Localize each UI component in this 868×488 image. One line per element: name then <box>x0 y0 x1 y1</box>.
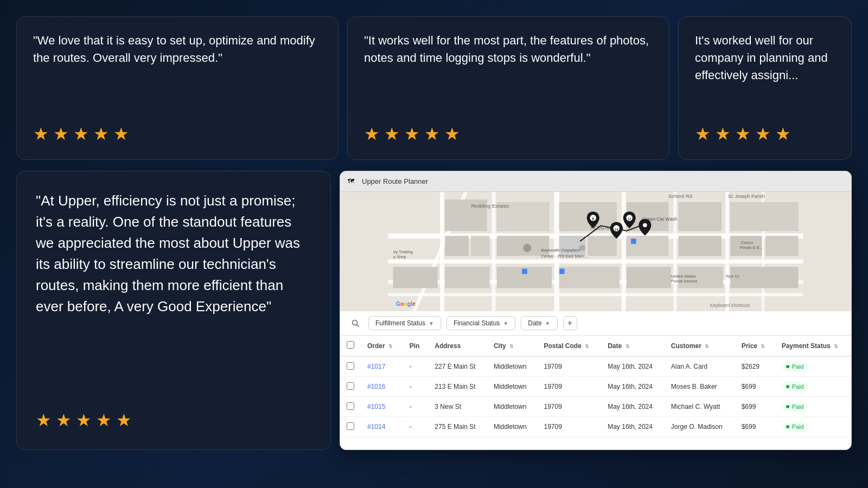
price-column-header[interactable]: Price ⇅ <box>735 336 775 356</box>
review-card-1: "We love that it is easy to set up, opti… <box>16 16 339 160</box>
payment-status-column-header[interactable]: Payment Status ⇅ <box>775 336 851 356</box>
customer-cell: Michael C. Wyatt <box>665 397 735 417</box>
sort-icon: ⇅ <box>509 344 514 349</box>
svg-rect-14 <box>445 236 469 255</box>
table-header-row: Order ⇅ Pin Address City ⇅ <box>340 336 851 356</box>
address-col-label: Address <box>435 342 461 350</box>
review-card-large: "At Upper, efficiency is not just a prom… <box>16 171 331 450</box>
svg-text:y Shop: y Shop <box>393 254 406 259</box>
search-button[interactable] <box>348 316 363 331</box>
order-link[interactable]: #1016 <box>367 383 385 390</box>
svg-text:Your Cr: Your Cr <box>725 274 739 279</box>
table-row: #1017 - 227 E Main St Middletown 19709 M… <box>340 356 851 377</box>
svg-rect-24 <box>679 236 721 255</box>
financial-status-filter[interactable]: Financial Status ▼ <box>446 316 515 330</box>
address-column-header: Address <box>428 336 487 356</box>
add-filter-button[interactable]: + <box>563 316 577 330</box>
map-area: School Rd Redding Estates St. Joseph Par… <box>340 192 851 311</box>
order-cell: #1014 <box>361 417 403 437</box>
row-checkbox-cell[interactable] <box>340 377 361 397</box>
select-all-checkbox-header[interactable] <box>340 336 361 356</box>
paid-badge: Paid <box>782 422 808 432</box>
svg-text:United States: United States <box>671 274 696 279</box>
row-checkbox[interactable] <box>347 382 354 390</box>
row-checkbox-cell[interactable] <box>340 397 361 417</box>
star-icon: ★ <box>36 410 52 431</box>
order-column-header[interactable]: Order ⇅ <box>361 336 403 356</box>
payment-status-cell: Paid <box>775 417 851 437</box>
svg-rect-2 <box>388 259 803 264</box>
row-checkbox[interactable] <box>347 402 354 410</box>
sort-icon: ⇅ <box>626 344 630 349</box>
select-all-checkbox[interactable] <box>347 341 354 349</box>
chevron-down-icon: ▼ <box>429 320 434 326</box>
star-icon: ★ <box>755 124 771 144</box>
payment-status-cell: Paid <box>775 397 851 417</box>
price-cell: $2629 <box>735 356 775 377</box>
row-checkbox-cell[interactable] <box>340 356 361 377</box>
paid-badge: Paid <box>782 362 808 371</box>
table-body: #1017 - 227 E Main St Middletown 19709 M… <box>340 356 851 437</box>
price-cell: $699 <box>735 417 775 437</box>
date-cell: May 16th, 2024 <box>601 417 665 437</box>
address-cell: 227 E Main St <box>428 356 487 377</box>
app-window: 🗺 Upper Route Planner <box>340 171 852 450</box>
postal-column-header[interactable]: Postal Code ⇅ <box>537 336 601 356</box>
date-filter[interactable]: Date ▼ <box>521 316 557 330</box>
row-checkbox[interactable] <box>347 422 354 430</box>
svg-text:17: 17 <box>628 217 631 221</box>
star-icon: ★ <box>364 124 380 144</box>
customer-column-header[interactable]: Customer ⇅ <box>665 336 735 356</box>
review-text-1: "We love that it is easy to set up, opti… <box>33 32 322 113</box>
star-icon: ★ <box>116 410 132 431</box>
city-cell: Middletown <box>487 356 538 377</box>
svg-rect-58 <box>522 269 527 274</box>
sort-icon: ⇅ <box>585 344 589 349</box>
pin-col-label: Pin <box>410 342 420 350</box>
address-cell: 3 New St <box>428 397 487 417</box>
table-row: #1015 - 3 New St Middletown 19709 May 16… <box>340 397 851 417</box>
address-cell: 275 E Main St <box>428 417 487 437</box>
pin-cell: - <box>403 377 429 397</box>
customer-col-label: Customer <box>671 342 701 350</box>
price-cell: $699 <box>735 377 775 397</box>
filter-bar: Fulfillment Status ▼ Financial Status ▼ … <box>340 311 851 336</box>
sort-icon: ⇅ <box>761 344 765 349</box>
svg-rect-23 <box>679 202 721 231</box>
table-row: #1014 - 275 E Main St Middletown 19709 M… <box>340 417 851 437</box>
star-icon: ★ <box>113 124 129 144</box>
city-column-header[interactable]: City ⇅ <box>487 336 538 356</box>
app-titlebar: 🗺 Upper Route Planner <box>340 171 851 192</box>
star-icon: ★ <box>93 124 109 144</box>
date-cell: May 16th, 2024 <box>601 397 665 417</box>
row-checkbox[interactable] <box>347 362 354 370</box>
svg-line-64 <box>357 325 359 327</box>
svg-rect-25 <box>731 202 798 231</box>
svg-rect-20 <box>588 236 617 255</box>
fulfillment-status-filter[interactable]: Fulfillment Status ▼ <box>368 316 441 330</box>
order-link[interactable]: #1017 <box>367 363 385 370</box>
paid-dot-icon <box>786 405 789 408</box>
svg-text:Keyboard shortcuts: Keyboard shortcuts <box>710 303 750 308</box>
star-icon: ★ <box>96 410 112 431</box>
stars-1: ★ ★ ★ ★ ★ <box>33 124 322 144</box>
order-link[interactable]: #1015 <box>367 403 385 410</box>
review-text-3: It's worked well for our company in plan… <box>695 32 835 113</box>
orders-table-container: Order ⇅ Pin Address City ⇅ <box>340 336 851 450</box>
date-column-header[interactable]: Date ⇅ <box>601 336 665 356</box>
payment-col-label: Payment Status <box>782 342 831 350</box>
svg-text:Foods & S...: Foods & S... <box>740 245 763 250</box>
stars-large: ★ ★ ★ ★ ★ <box>36 410 311 431</box>
date-col-label: Date <box>608 342 622 350</box>
svg-rect-60 <box>631 239 636 244</box>
svg-point-55 <box>643 223 647 227</box>
app-title: Upper Route Planner <box>362 177 428 185</box>
row-checkbox-cell[interactable] <box>340 417 361 437</box>
order-link[interactable]: #1014 <box>367 423 385 431</box>
city-cell: Middletown <box>487 377 538 397</box>
svg-text:Conco: Conco <box>741 240 753 245</box>
pin-cell: - <box>403 417 429 437</box>
sort-icon: ⇅ <box>834 344 838 349</box>
order-cell: #1017 <box>361 356 403 377</box>
review-text-large: "At Upper, efficiency is not just a prom… <box>36 190 311 317</box>
